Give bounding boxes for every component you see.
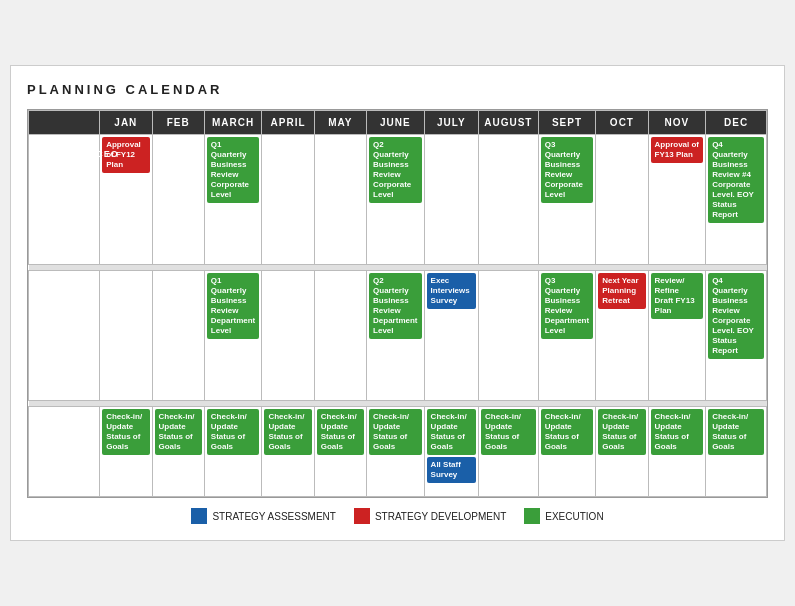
board-jun: Q2 Quarterly Business Review Corporate L… xyxy=(367,135,425,265)
board-aug xyxy=(479,135,539,265)
mgr-mar-event: Check-in/ Update Status of Goals xyxy=(207,409,260,455)
mgr-jul-event2: All Staff Survey xyxy=(427,457,476,483)
mgr-jun: Check-in/ Update Status of Goals xyxy=(367,407,425,497)
board-apr xyxy=(262,135,314,265)
vp-oct: Next Year Planning Retreat xyxy=(596,271,648,401)
legend-strategy-assessment: STRATEGY ASSESSMENT xyxy=(191,508,336,524)
month-apr: APRIL xyxy=(262,111,314,135)
vp-sep-event: Q3 Quarterly Business Review Department … xyxy=(541,273,594,339)
vp-jun: Q2 Quarterly Business Review Department … xyxy=(367,271,425,401)
vp-may xyxy=(314,271,366,401)
legend-blue-box xyxy=(191,508,207,524)
legend-green-box xyxy=(524,508,540,524)
month-jan: JAN xyxy=(100,111,152,135)
vp-mar: Q1 Quarterly Business Review Department … xyxy=(204,271,262,401)
vp-dec-event: Q4 Quarterly Business Review Corporate L… xyxy=(708,273,764,359)
month-nov: NOV xyxy=(648,111,706,135)
board-dec-event: Q4 Quarterly Business Review #4 Corporat… xyxy=(708,137,764,223)
vp-jul: Exec Interviews Survey xyxy=(424,271,478,401)
calendar-table: JAN FEB MARCH APRIL MAY JUNE JULY AUGUST… xyxy=(28,110,767,497)
board-jun-event: Q2 Quarterly Business Review Corporate L… xyxy=(369,137,422,203)
legend-strategy-assessment-label: STRATEGY ASSESSMENT xyxy=(212,511,336,522)
managers-label: MANAGERS /ALL STAFF xyxy=(29,407,100,497)
vp-sep: Q3 Quarterly Business Review Department … xyxy=(538,271,596,401)
month-aug: AUGUST xyxy=(479,111,539,135)
mgr-sep: Check-in/ Update Status of Goals xyxy=(538,407,596,497)
mgr-may: Check-in/ Update Status of Goals xyxy=(314,407,366,497)
month-mar: MARCH xyxy=(204,111,262,135)
month-dec: DEC xyxy=(706,111,767,135)
board-sep-event: Q3 Quarterly Business Review Corporate L… xyxy=(541,137,594,203)
legend: STRATEGY ASSESSMENT STRATEGY DEVELOPMENT… xyxy=(27,508,768,524)
vp-jan xyxy=(100,271,152,401)
legend-strategy-development-label: STRATEGY DEVELOPMENT xyxy=(375,511,506,522)
vp-mar-event: Q1 Quarterly Business Review Department … xyxy=(207,273,260,339)
legend-execution-label: EXECUTION xyxy=(545,511,603,522)
board-dec: Q4 Quarterly Business Review #4 Corporat… xyxy=(706,135,767,265)
board-mar: Q1 Quarterly Business Review Corporate L… xyxy=(204,135,262,265)
mgr-feb: Check-in/ Update Status of Goals xyxy=(152,407,204,497)
mgr-feb-event: Check-in/ Update Status of Goals xyxy=(155,409,202,455)
vp-oct-event: Next Year Planning Retreat xyxy=(598,273,645,309)
legend-strategy-development: STRATEGY DEVELOPMENT xyxy=(354,508,506,524)
page-title: PLANNING CALENDAR xyxy=(27,82,768,97)
mgr-dec-event: Check-in/ Update Status of Goals xyxy=(708,409,764,455)
legend-red-box xyxy=(354,508,370,524)
month-oct: OCT xyxy=(596,111,648,135)
mgr-oct-event: Check-in/ Update Status of Goals xyxy=(598,409,645,455)
corner-header xyxy=(29,111,100,135)
mgr-apr: Check-in/ Update Status of Goals xyxy=(262,407,314,497)
managers-row: MANAGERS /ALL STAFF Check-in/ Update Sta… xyxy=(29,407,767,497)
month-jun: JUNE xyxy=(367,111,425,135)
month-sep: SEPT xyxy=(538,111,596,135)
mgr-sep-event: Check-in/ Update Status of Goals xyxy=(541,409,594,455)
board-nov: Approval of FY13 Plan xyxy=(648,135,706,265)
mgr-may-event: Check-in/ Update Status of Goals xyxy=(317,409,364,455)
page-container: PLANNING CALENDAR JAN xyxy=(10,65,785,541)
mgr-jul-event1: Check-in/ Update Status of Goals xyxy=(427,409,476,455)
mgr-nov-event: Check-in/ Update Status of Goals xyxy=(651,409,704,455)
mgr-apr-event: Check-in/ Update Status of Goals xyxy=(264,409,311,455)
legend-execution: EXECUTION xyxy=(524,508,603,524)
vp-apr xyxy=(262,271,314,401)
month-jul: JULY xyxy=(424,111,478,135)
mgr-jul: Check-in/ Update Status of Goals All Sta… xyxy=(424,407,478,497)
mgr-jan: Check-in/ Update Status of Goals xyxy=(100,407,152,497)
header-row: JAN FEB MARCH APRIL MAY JUNE JULY AUGUST… xyxy=(29,111,767,135)
vp-dec: Q4 Quarterly Business Review Corporate L… xyxy=(706,271,767,401)
mgr-dec: Check-in/ Update Status of Goals xyxy=(706,407,767,497)
vp-jun-event: Q2 Quarterly Business Review Department … xyxy=(369,273,422,339)
mgr-jun-event: Check-in/ Update Status of Goals xyxy=(369,409,422,455)
board-jan: Approval of FY12 Plan xyxy=(100,135,152,265)
board-jul xyxy=(424,135,478,265)
month-may: MAY xyxy=(314,111,366,135)
board-mar-event: Q1 Quarterly Business Review Corporate L… xyxy=(207,137,260,203)
board-sep: Q3 Quarterly Business Review Corporate L… xyxy=(538,135,596,265)
board-label: BOARD OFDIRECTORS/CEO xyxy=(29,135,100,265)
vp-row: VP / EXECUTIVELEADERSHIP Q1 Quarterly Bu… xyxy=(29,271,767,401)
mgr-nov: Check-in/ Update Status of Goals xyxy=(648,407,706,497)
mgr-mar: Check-in/ Update Status of Goals xyxy=(204,407,262,497)
month-feb: FEB xyxy=(152,111,204,135)
board-jan-event: Approval of FY12 Plan xyxy=(102,137,149,173)
board-nov-event: Approval of FY13 Plan xyxy=(651,137,704,163)
vp-feb xyxy=(152,271,204,401)
vp-aug xyxy=(479,271,539,401)
vp-jul-event: Exec Interviews Survey xyxy=(427,273,476,309)
mgr-oct: Check-in/ Update Status of Goals xyxy=(596,407,648,497)
mgr-aug: Check-in/ Update Status of Goals xyxy=(479,407,539,497)
vp-nov-event: Review/ Refine Draft FY13 Plan xyxy=(651,273,704,319)
board-feb xyxy=(152,135,204,265)
board-may xyxy=(314,135,366,265)
board-oct xyxy=(596,135,648,265)
board-row: BOARD OFDIRECTORS/CEO Approval of FY12 P… xyxy=(29,135,767,265)
vp-nov: Review/ Refine Draft FY13 Plan xyxy=(648,271,706,401)
vp-label: VP / EXECUTIVELEADERSHIP xyxy=(29,271,100,401)
mgr-jan-event: Check-in/ Update Status of Goals xyxy=(102,409,149,455)
mgr-aug-event: Check-in/ Update Status of Goals xyxy=(481,409,536,455)
calendar-wrapper: JAN FEB MARCH APRIL MAY JUNE JULY AUGUST… xyxy=(27,109,768,498)
